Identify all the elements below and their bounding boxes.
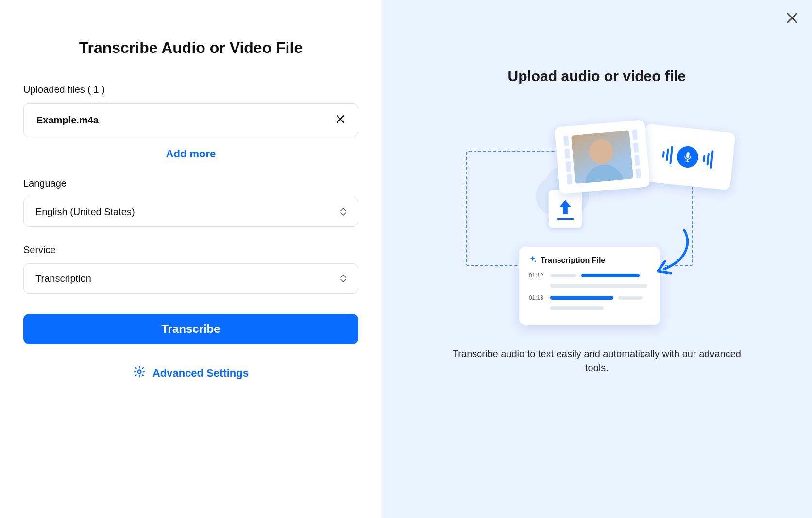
info-panel: Upload audio or video file Trans — [382, 0, 812, 518]
page-title: Transcribe Audio or Video File — [23, 39, 358, 57]
mic-icon — [676, 145, 699, 169]
language-select[interactable]: English (United States) — [23, 197, 358, 227]
language-value: English (United States) — [35, 207, 135, 218]
upload-arrow-icon — [548, 190, 582, 228]
form-panel: Transcribe Audio or Video File Uploaded … — [0, 0, 382, 518]
remove-file-icon[interactable] — [336, 114, 345, 126]
info-title: Upload audio or video file — [508, 68, 686, 85]
uploaded-file-name: Example.m4a — [36, 115, 99, 126]
language-label: Language — [23, 178, 358, 189]
service-select[interactable]: Transcription — [23, 263, 358, 294]
audio-card-illustration — [640, 124, 735, 190]
uploaded-file-chip: Example.m4a — [23, 103, 358, 137]
timestamp: 01:12 — [529, 272, 545, 279]
chevron-sort-icon — [340, 208, 346, 216]
arrow-swoop-icon — [650, 227, 694, 281]
video-card-illustration — [554, 120, 650, 194]
uploaded-files-label: Uploaded files ( 1 ) — [23, 84, 358, 95]
service-value: Transcription — [35, 273, 91, 284]
service-label: Service — [23, 244, 358, 256]
transcribe-button[interactable]: Transcribe — [23, 314, 358, 344]
advanced-settings-link[interactable]: Advanced Settings — [23, 365, 358, 381]
svg-rect-1 — [686, 152, 690, 158]
info-description: Transcribe audio to text easily and auto… — [446, 347, 747, 375]
close-modal-icon[interactable] — [786, 12, 798, 26]
svg-point-0 — [137, 370, 141, 374]
sparkle-icon — [529, 256, 537, 265]
timestamp: 01:13 — [529, 294, 545, 301]
add-more-link[interactable]: Add more — [23, 148, 358, 160]
transcript-card-illustration: Transcription File 01:12 01:13 — [519, 247, 660, 325]
illustration: Transcription File 01:12 01:13 — [451, 114, 743, 328]
transcript-card-title: Transcription File — [541, 256, 605, 265]
gear-icon — [133, 365, 146, 381]
advanced-settings-label: Advanced Settings — [152, 367, 249, 380]
svg-point-2 — [535, 261, 536, 262]
chevron-sort-icon — [340, 275, 346, 282]
